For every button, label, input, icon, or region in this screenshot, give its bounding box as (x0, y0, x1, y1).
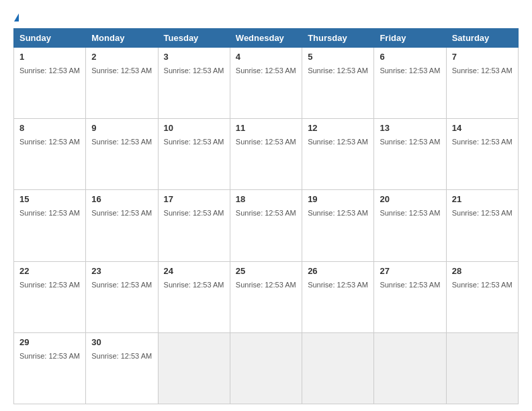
day-sunrise: Sunrise: 12:53 AM (91, 352, 152, 360)
calendar-header-saturday: Saturday (446, 29, 518, 48)
day-sunrise: Sunrise: 12:53 AM (380, 66, 440, 75)
day-sunrise: Sunrise: 12:53 AM (91, 66, 152, 75)
calendar-header-row: SundayMondayTuesdayWednesdayThursdayFrid… (14, 29, 519, 48)
calendar-cell: 8Sunrise: 12:53 AM (14, 119, 86, 190)
calendar-cell: 27Sunrise: 12:53 AM (374, 261, 446, 332)
day-number: 17 (164, 194, 224, 204)
calendar-cell: 7Sunrise: 12:53 AM (446, 48, 518, 119)
calendar-header-wednesday: Wednesday (230, 29, 302, 48)
day-number: 13 (380, 123, 440, 133)
day-sunrise: Sunrise: 12:53 AM (380, 281, 440, 289)
day-sunrise: Sunrise: 12:53 AM (19, 352, 80, 360)
day-number: 5 (308, 52, 368, 62)
day-sunrise: Sunrise: 12:53 AM (19, 281, 80, 289)
calendar-cell: 30Sunrise: 12:53 AM (86, 332, 158, 404)
calendar-header-monday: Monday (86, 29, 158, 48)
day-sunrise: Sunrise: 12:53 AM (164, 281, 224, 289)
calendar: SundayMondayTuesdayWednesdayThursdayFrid… (13, 28, 519, 404)
calendar-cell: 26Sunrise: 12:53 AM (302, 261, 374, 332)
day-number: 15 (19, 194, 80, 204)
calendar-cell: 11Sunrise: 12:53 AM (230, 119, 302, 190)
day-sunrise: Sunrise: 12:53 AM (380, 209, 440, 217)
day-number: 21 (452, 194, 513, 204)
logo-text (13, 13, 19, 21)
calendar-header-thursday: Thursday (302, 29, 374, 48)
calendar-cell: 20Sunrise: 12:53 AM (374, 190, 446, 261)
day-sunrise: Sunrise: 12:53 AM (236, 209, 296, 217)
day-sunrise: Sunrise: 12:53 AM (236, 138, 296, 146)
day-sunrise: Sunrise: 12:53 AM (19, 209, 80, 217)
day-number: 11 (236, 123, 296, 133)
calendar-cell: 25Sunrise: 12:53 AM (230, 261, 302, 332)
day-number: 22 (19, 266, 80, 276)
calendar-cell: 29Sunrise: 12:53 AM (14, 332, 86, 404)
day-number: 24 (164, 266, 224, 276)
day-number: 9 (91, 123, 152, 133)
calendar-week-row: 29Sunrise: 12:53 AM30Sunrise: 12:53 AM (14, 332, 519, 404)
day-sunrise: Sunrise: 12:53 AM (164, 66, 224, 75)
calendar-header-friday: Friday (374, 29, 446, 48)
calendar-cell: 23Sunrise: 12:53 AM (86, 261, 158, 332)
calendar-cell: 18Sunrise: 12:53 AM (230, 190, 302, 261)
calendar-cell: 13Sunrise: 12:53 AM (374, 119, 446, 190)
day-number: 19 (308, 194, 368, 204)
calendar-cell (230, 332, 302, 404)
day-number: 16 (91, 194, 152, 204)
calendar-cell: 5Sunrise: 12:53 AM (302, 48, 374, 119)
day-number: 7 (452, 52, 513, 62)
calendar-cell: 28Sunrise: 12:53 AM (446, 261, 518, 332)
day-number: 8 (19, 123, 80, 133)
day-number: 26 (308, 266, 368, 276)
day-sunrise: Sunrise: 12:53 AM (91, 138, 152, 146)
calendar-week-row: 8Sunrise: 12:53 AM9Sunrise: 12:53 AM10Su… (14, 119, 519, 190)
day-sunrise: Sunrise: 12:53 AM (91, 281, 152, 289)
day-sunrise: Sunrise: 12:53 AM (164, 209, 224, 217)
day-sunrise: Sunrise: 12:53 AM (452, 209, 513, 217)
calendar-cell: 14Sunrise: 12:53 AM (446, 119, 518, 190)
calendar-cell: 16Sunrise: 12:53 AM (86, 190, 158, 261)
day-sunrise: Sunrise: 12:53 AM (164, 138, 224, 146)
day-number: 3 (164, 52, 224, 62)
calendar-cell: 4Sunrise: 12:53 AM (230, 48, 302, 119)
day-sunrise: Sunrise: 12:53 AM (236, 281, 296, 289)
day-sunrise: Sunrise: 12:53 AM (308, 281, 368, 289)
day-sunrise: Sunrise: 12:53 AM (91, 209, 152, 217)
calendar-cell: 19Sunrise: 12:53 AM (302, 190, 374, 261)
day-sunrise: Sunrise: 12:53 AM (452, 138, 513, 146)
header (13, 13, 519, 21)
calendar-header-tuesday: Tuesday (158, 29, 230, 48)
calendar-cell: 10Sunrise: 12:53 AM (158, 119, 230, 190)
day-number: 30 (91, 337, 152, 347)
calendar-cell: 24Sunrise: 12:53 AM (158, 261, 230, 332)
day-number: 20 (380, 194, 440, 204)
calendar-cell: 12Sunrise: 12:53 AM (302, 119, 374, 190)
day-number: 14 (452, 123, 513, 133)
calendar-cell: 9Sunrise: 12:53 AM (86, 119, 158, 190)
day-number: 25 (236, 266, 296, 276)
calendar-week-row: 15Sunrise: 12:53 AM16Sunrise: 12:53 AM17… (14, 190, 519, 261)
calendar-cell: 2Sunrise: 12:53 AM (86, 48, 158, 119)
day-number: 12 (308, 123, 368, 133)
calendar-cell: 17Sunrise: 12:53 AM (158, 190, 230, 261)
calendar-cell: 15Sunrise: 12:53 AM (14, 190, 86, 261)
calendar-cell (374, 332, 446, 404)
day-sunrise: Sunrise: 12:53 AM (19, 138, 80, 146)
calendar-cell: 3Sunrise: 12:53 AM (158, 48, 230, 119)
day-number: 29 (19, 337, 80, 347)
calendar-header-sunday: Sunday (14, 29, 86, 48)
calendar-cell: 22Sunrise: 12:53 AM (14, 261, 86, 332)
day-sunrise: Sunrise: 12:53 AM (452, 66, 513, 75)
day-number: 10 (164, 123, 224, 133)
calendar-cell: 1Sunrise: 12:53 AM (14, 48, 86, 119)
day-sunrise: Sunrise: 12:53 AM (236, 66, 296, 75)
day-sunrise: Sunrise: 12:53 AM (452, 281, 513, 289)
day-sunrise: Sunrise: 12:53 AM (380, 138, 440, 146)
calendar-cell (302, 332, 374, 404)
day-number: 23 (91, 266, 152, 276)
calendar-cell (446, 332, 518, 404)
page: SundayMondayTuesdayWednesdayThursdayFrid… (0, 0, 532, 411)
day-sunrise: Sunrise: 12:53 AM (308, 138, 368, 146)
day-number: 6 (380, 52, 440, 62)
logo (13, 13, 19, 21)
calendar-week-row: 1Sunrise: 12:53 AM2Sunrise: 12:53 AM3Sun… (14, 48, 519, 119)
